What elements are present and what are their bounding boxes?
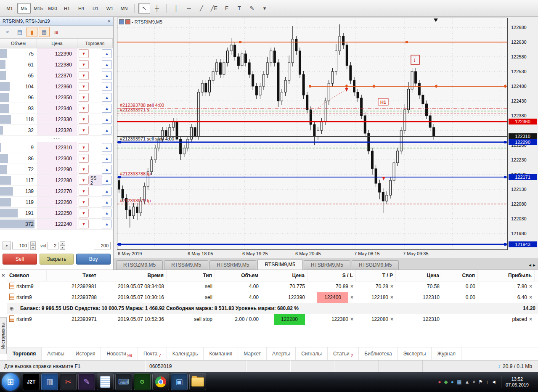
tab-маркет[interactable]: Маркет [238,347,267,360]
buy-arrow-button[interactable]: ▴ [102,49,112,58]
buy-arrow-button[interactable]: ▴ [102,104,112,113]
chart-plot[interactable]: #212393788 sell 4:00#212393971 s#2123939… [117,18,508,250]
tab-эксперты[interactable]: Эксперты [398,347,432,360]
remove-icon[interactable]: × [350,294,353,300]
timeframe-h4[interactable]: H4 [74,3,88,14]
buy-arrow-button[interactable]: ▴ [102,198,112,207]
buy-arrow-button[interactable]: ▴ [102,176,112,185]
screens-app[interactable]: ▥ [41,373,58,390]
shield-tray-icon[interactable]: ▲ [464,379,469,384]
sell-arrow-button[interactable]: ▾ [79,49,89,58]
chart-tab-rtsgdm9m5[interactable]: RTSGDM9,M5 [352,260,399,270]
timeframe-m5[interactable]: M5 [17,3,31,14]
sell-button[interactable]: Sell [3,254,37,265]
lot-size-field[interactable]: 100 [12,242,29,249]
keyboard-app[interactable]: ⌨ [115,373,132,390]
sell-arrow-button[interactable]: ▾ [79,143,89,152]
buy-button[interactable]: Buy [76,254,111,265]
dom-table-icon[interactable]: ▦ [39,27,50,37]
sell-arrow-button[interactable]: ▾ [79,176,89,185]
tab-журнал[interactable]: Журнал [432,347,461,360]
lot-size-stepper[interactable]: ▲▼ [30,241,36,250]
alert-tray-icon[interactable]: ● [438,379,441,384]
remove-icon[interactable]: × [390,283,393,289]
sell-arrow-button[interactable]: ▾ [79,154,89,163]
greenshot-app[interactable]: G [134,373,151,390]
buy-arrow-button[interactable]: ▴ [102,71,112,80]
timeframe-mn[interactable]: MN [117,3,131,14]
sell-arrow-button[interactable]: ▾ [79,115,89,124]
close-icon[interactable]: × [2,272,5,278]
volume-stepper[interactable]: ▲▼ [60,241,65,250]
sell-arrow-button[interactable]: ▾ [79,104,89,113]
fibonacci-icon[interactable]: F [221,3,233,14]
remove-icon[interactable]: × [529,294,532,300]
buy-arrow-button[interactable]: ▴ [102,165,112,174]
chart-tab-rtsgzm9m5[interactable]: RTSGZM9,M5 [116,260,163,270]
trade-row[interactable]: rtsrim92123939712019.05.07 10:52:36sell … [7,314,538,325]
remove-icon[interactable]: × [529,283,532,289]
chart-tab-rtssrm9m5[interactable]: RTSSRM9,M5 [209,260,256,270]
sell-arrow-button[interactable]: ▾ [79,209,89,217]
tab-статьи[interactable]: Статьи2 [328,347,359,360]
cursor-icon[interactable]: ↖ [138,3,150,14]
taskbar-clock[interactable]: 13:5207.05.2019 [501,376,533,388]
chrome-app[interactable] [152,373,169,390]
snipping-app[interactable]: ✂ [60,373,77,390]
tab-алерты[interactable]: Алерты [267,347,296,360]
volume-histogram-icon[interactable]: ▮ [27,27,37,37]
sell-arrow-button[interactable]: ▾ [79,82,89,91]
close-tray-icon[interactable]: × [472,379,475,384]
timeframe-d1[interactable]: D1 [89,3,102,14]
remove-icon[interactable]: × [390,294,393,300]
buy-arrow-button[interactable]: ▴ [102,60,112,69]
ticks-chart-icon[interactable]: ≋ [51,27,62,37]
equidistant-channel-icon[interactable]: ╱E [208,3,220,14]
tab-активы[interactable]: Активы [42,347,70,360]
grid-tray-icon[interactable]: ▦ [457,379,461,384]
quill-app[interactable]: ✎ [78,373,95,390]
text-icon[interactable]: T [233,3,245,14]
sync-tray-icon[interactable]: ◆ [444,379,448,384]
buy-arrow-button[interactable]: ▴ [102,209,112,217]
sell-arrow-button[interactable]: ▾ [79,93,89,102]
objects-dropdown-icon[interactable]: ▾ [259,3,270,14]
close-position-button[interactable]: Закрыть [40,254,74,265]
tab-instruments[interactable]: Инструменты [0,317,7,354]
chart-tab-rtsrim9m5[interactable]: RTSRIM9,M5 [257,259,302,270]
scroll-right-icon[interactable]: ▸ [533,262,535,268]
horizontal-line-icon[interactable]: ─ [183,3,195,14]
sell-arrow-button[interactable]: ▾ [79,60,89,69]
tab-календарь[interactable]: Календарь [167,347,204,360]
buy-arrow-button[interactable]: ▴ [102,126,112,135]
chart-tab-rtsbrm9m5[interactable]: RTSBRM9,M5 [304,260,350,270]
timeframe-w1[interactable]: W1 [103,3,117,14]
tab-новости[interactable]: Новости99 [101,347,138,360]
timeframe-h1[interactable]: H1 [60,3,74,14]
tab-торговля[interactable]: Торговля [7,347,42,360]
trade-row[interactable]: rtsbrm92123929812019.05.07 08:34:08sell4… [7,281,538,292]
bluewin-app[interactable]: ▣ [171,373,188,390]
timeframe-m30[interactable]: M30 [46,3,59,14]
buy-arrow-button[interactable]: ▴ [102,93,112,102]
crosshair-icon[interactable]: ┼ [151,3,163,14]
sell-arrow-button[interactable]: ▾ [79,71,89,80]
folder-app[interactable] [189,373,206,390]
remove-icon[interactable]: × [529,316,532,322]
sell-arrow-button[interactable]: ▾ [79,198,89,207]
volume-tray-icon[interactable]: ◄ [491,379,496,384]
sell-arrow-button[interactable]: ▾ [79,187,89,196]
buy-arrow-button[interactable]: ▴ [102,115,112,124]
sell-arrow-button[interactable]: ▾ [79,165,89,174]
trade-row[interactable]: rtsrim92123937882019.05.07 10:30:16sell4… [7,292,538,303]
timeframe-m1[interactable]: M1 [3,3,16,14]
depth-book-icon[interactable]: ▤ [14,27,25,37]
buy-arrow-button[interactable]: ▴ [102,143,112,152]
start-button[interactable]: ⊞ [2,373,19,391]
sell-arrow-button[interactable]: ▾ [79,126,89,135]
buy-arrow-button[interactable]: ▴ [102,220,112,228]
tab-компания[interactable]: Компания [204,347,238,360]
tab-сигналы[interactable]: Сигналы [296,347,328,360]
tab-почта[interactable]: Почта7 [138,347,167,360]
chevron-down-icon[interactable]: ▾ [3,241,11,250]
